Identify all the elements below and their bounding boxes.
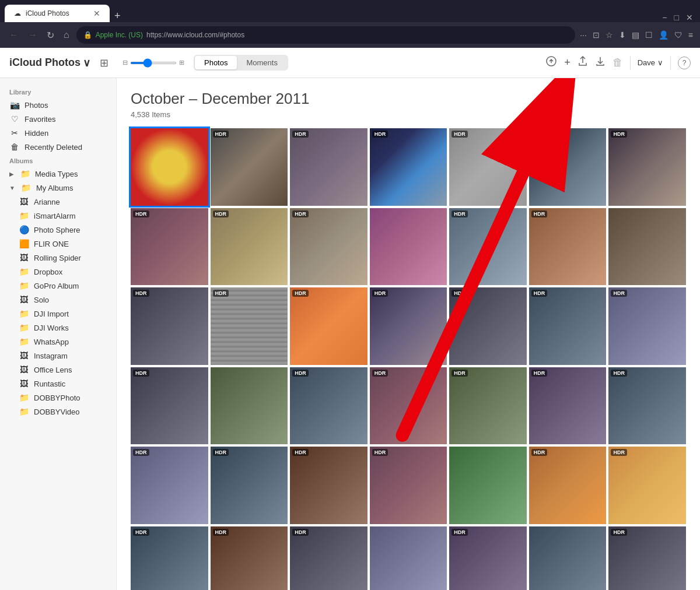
sidebar-item-dji-works[interactable]: 📁 DJI Works [0,321,116,335]
photo-cell-3[interactable]: HDR [290,128,368,206]
tab-photos[interactable]: Photos [195,56,237,69]
reading-mode-icon[interactable]: ▤ [632,30,639,40]
new-tab-button[interactable]: + [110,10,125,22]
zoom-slider[interactable] [130,62,177,64]
sidebar-item-office-lens[interactable]: 🖼 Office Lens [0,363,116,377]
photo-cell-10[interactable]: HDR [290,208,368,286]
pocket-button[interactable]: ⊡ [593,30,600,40]
photo-cell-41[interactable] [529,526,607,590]
photo-cell-40[interactable]: HDR [449,526,527,590]
photo-cell-42[interactable]: HDR [608,526,686,590]
photo-cell-38[interactable]: HDR [290,526,368,590]
star-button[interactable]: ☆ [606,30,613,40]
sidebar-item-ismartalarum[interactable]: 📁 iSmartAlarm [0,209,116,223]
photo-cell-9[interactable]: HDR [211,208,288,286]
tab-moments[interactable]: Moments [237,56,286,69]
sidebar-item-recently-deleted[interactable]: 🗑 Recently Deleted [0,140,116,154]
sidebar-item-flir-one[interactable]: 🟧 FLIR ONE [0,237,116,251]
sidebar-item-photos[interactable]: 📷 Photos [0,98,116,112]
photo-cell-16[interactable]: HDR [211,287,288,365]
sidebar-item-my-albums[interactable]: ▼ 📁 My Albums [0,181,116,195]
address-bar[interactable]: 🔒 Apple Inc. (US) https://www.icloud.com… [76,26,575,44]
sidebar-item-instagram[interactable]: 🖼 Instagram [0,349,116,363]
sidebar-runtastic-label: Runtastic [34,380,65,388]
photo-cell-8[interactable]: HDR [131,208,208,286]
photo-cell-6[interactable] [529,128,607,206]
sidebar-item-dji-import[interactable]: 📁 DJI Import [0,307,116,321]
photo-cell-21[interactable]: HDR [608,287,686,365]
photo-cell-23[interactable] [211,367,288,445]
photo-cell-34[interactable]: HDR [529,447,607,524]
refresh-button[interactable]: ↻ [44,29,57,42]
upload-button[interactable] [545,55,557,70]
photo-cell-20[interactable]: HDR [529,287,607,365]
tab-close-button[interactable]: ✕ [93,9,100,18]
help-button[interactable]: ? [678,57,691,69]
sidebar-item-solo[interactable]: 🖼 Solo [0,293,116,307]
menu-toolbar-icon[interactable]: ≡ [688,30,693,40]
forward-button[interactable]: → [26,29,40,41]
photo-cell-4[interactable]: HDR [370,128,447,206]
url-text: https://www.icloud.com/#photos [146,31,244,39]
photo-cell-12[interactable]: HDR [449,208,527,286]
hdr-badge: HDR [133,529,149,536]
photo-cell-22[interactable]: HDR [131,367,208,445]
photo-cell-27[interactable]: HDR [529,367,607,445]
window-toolbar-icon[interactable]: ☐ [645,30,653,40]
add-button[interactable]: + [564,57,570,69]
sidebar-item-dobbyphoto[interactable]: 📁 DOBBYPhoto [0,391,116,405]
sidebar-item-dropbox[interactable]: 📁 Dropbox [0,265,116,279]
photo-cell-7[interactable]: HDR [608,128,686,206]
sidebar-item-dobbyvideo[interactable]: 📁 DOBBYVideo [0,405,116,419]
photo-cell-19[interactable]: HDR [449,287,527,365]
photo-cell-18[interactable]: HDR [370,287,447,365]
active-tab[interactable]: ☁ iCloud Photos ✕ [5,5,110,22]
share-button[interactable] [578,56,588,69]
photo-cell-39[interactable] [370,526,447,590]
sidebar-item-gopro[interactable]: 📁 GoPro Album [0,279,116,293]
photo-cell-33[interactable] [449,447,527,524]
close-window-button[interactable]: ✕ [686,13,693,22]
photo-cell-15[interactable]: HDR [131,287,208,365]
profile-toolbar-icon[interactable]: 👤 [659,30,668,40]
sidebar-item-whatsapp[interactable]: 📁 WhatsApp [0,335,116,349]
photo-cell-2[interactable]: HDR [211,128,288,206]
photo-cell-37[interactable]: HDR [211,526,288,590]
photo-cell-28[interactable]: HDR [608,367,686,445]
photo-cell-11[interactable] [370,208,447,286]
sidebar-toggle-button[interactable]: ⊞ [100,57,108,69]
sidebar-item-favorites[interactable]: ♡ Favorites [0,112,116,126]
photo-cell-29[interactable]: HDR [131,447,208,524]
trash-button[interactable]: 🗑 [612,57,623,69]
photo-cell-32[interactable]: HDR [370,447,447,524]
hdr-badge: HDR [213,529,229,536]
download-button[interactable] [595,56,606,69]
hdr-badge: HDR [133,449,149,456]
photo-cell-26[interactable]: HDR [449,367,527,445]
maximize-button[interactable]: □ [674,13,679,22]
sidebar-item-arianne[interactable]: 🖼 Arianne [0,195,116,209]
photo-cell-17[interactable]: HDR [290,287,368,365]
sidebar-item-rolling-spider[interactable]: 🖼 Rolling Spider [0,251,116,265]
photo-cell-5[interactable]: HDR [449,128,527,206]
photo-cell-31[interactable]: HDR [290,447,368,524]
user-menu[interactable]: Dave ∨ [638,58,663,67]
more-button[interactable]: ··· [580,30,587,40]
back-button[interactable]: ← [7,29,21,41]
photo-cell-30[interactable]: HDR [211,447,288,524]
photo-cell-1[interactable] [131,128,208,206]
sidebar-item-hidden[interactable]: ✂ Hidden [0,126,116,140]
photo-cell-25[interactable]: HDR [370,367,447,445]
photo-cell-13[interactable]: HDR [529,208,607,286]
photo-cell-14[interactable] [608,208,686,286]
shield-toolbar-icon[interactable]: 🛡 [674,30,682,40]
download-toolbar-icon[interactable]: ⬇ [619,30,626,40]
sidebar-item-runtastic[interactable]: 🖼 Runtastic [0,377,116,391]
home-button[interactable]: ⌂ [61,29,72,41]
photo-cell-35[interactable]: HDR [608,447,686,524]
photo-cell-36[interactable]: HDR [131,526,208,590]
sidebar-item-photo-sphere[interactable]: 🔵 Photo Sphere [0,223,116,237]
sidebar-item-media-types[interactable]: ▶ 📁 Media Types [0,167,116,181]
photo-cell-24[interactable]: HDR [290,367,368,445]
minimize-button[interactable]: − [662,13,667,22]
